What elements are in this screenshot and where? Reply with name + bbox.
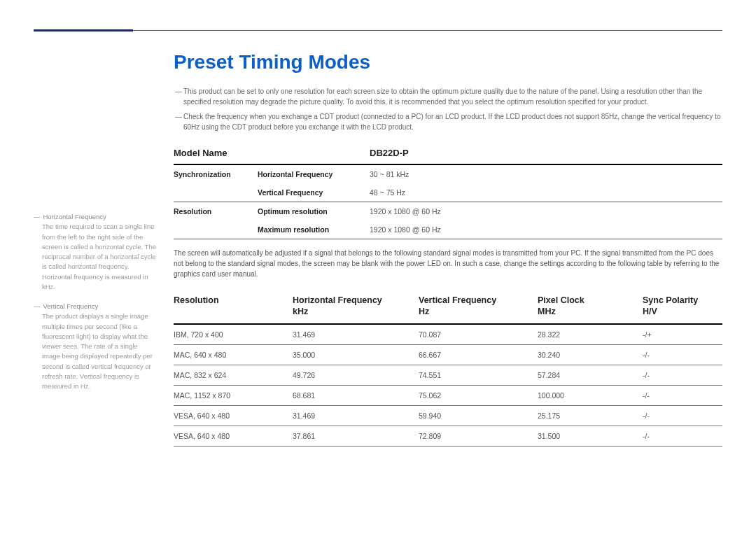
spec-val: 30 ~ 81 kHz	[370, 164, 722, 183]
spec-sub: Horizontal Frequency	[258, 164, 370, 183]
cell: MAC, 640 x 480	[174, 344, 293, 365]
page-title: Preset Timing Modes	[174, 51, 722, 73]
spec-model-label: Model Name	[174, 142, 370, 164]
spec-val: 1920 x 1080 @ 60 Hz	[370, 220, 722, 239]
cell: -/-	[643, 385, 722, 405]
cell: 28.322	[538, 324, 643, 345]
sidebar-title: Vertical Frequency	[43, 302, 99, 310]
th-resolution: Resolution	[174, 290, 293, 324]
cell: 66.667	[419, 344, 538, 365]
cell: 37.861	[293, 426, 419, 446]
cell: -/-	[643, 405, 722, 426]
spec-val: 1920 x 1080 @ 60 Hz	[370, 202, 722, 221]
th-vfreq: Vertical FrequencyHz	[419, 290, 538, 324]
th-pixel: Pixel ClockMHz	[538, 290, 643, 324]
spec-val: 48 ~ 75 Hz	[370, 183, 722, 202]
cell: 25.175	[538, 405, 643, 426]
header-rule	[34, 29, 722, 31]
th-hfreq: Horizontal FrequencykHz	[293, 290, 419, 324]
table-row: VESA, 640 x 48037.86172.80931.500-/-	[174, 426, 722, 446]
cell: 31.469	[293, 324, 419, 345]
spec-model-value: DB22D-P	[370, 142, 722, 164]
table-row: MAC, 1152 x 87068.68175.062100.000-/-	[174, 385, 722, 405]
sidebar: ―Horizontal Frequency The time required …	[34, 51, 157, 447]
sidebar-note-horizontal: ―Horizontal Frequency The time required …	[34, 212, 157, 292]
cell: -/+	[643, 324, 722, 345]
cell: VESA, 640 x 480	[174, 426, 293, 446]
spec-sub: Vertical Frequency	[258, 183, 370, 202]
sidebar-title: Horizontal Frequency	[43, 213, 106, 220]
cell: 31.469	[293, 405, 419, 426]
cell: 57.284	[538, 365, 643, 385]
note-text: This product can be set to only one reso…	[183, 86, 722, 107]
table-row: MAC, 832 x 62449.72674.55157.284-/-	[174, 365, 722, 385]
cell: VESA, 640 x 480	[174, 405, 293, 426]
timing-table: Resolution Horizontal FrequencykHz Verti…	[174, 290, 722, 447]
spec-table: Model Name DB22D-P Synchronization Horiz…	[174, 142, 722, 239]
table-row: MAC, 640 x 48035.00066.66730.240-/-	[174, 344, 722, 365]
cell: MAC, 832 x 624	[174, 365, 293, 385]
cell: -/-	[643, 344, 722, 365]
notes: ―This product can be set to only one res…	[174, 86, 722, 132]
cell: -/-	[643, 426, 722, 446]
spec-cat: Resolution	[174, 202, 258, 221]
sidebar-body: The time required to scan a single line …	[34, 222, 157, 292]
sidebar-body: The product displays a single image mult…	[34, 311, 157, 391]
sidebar-note-vertical: ―Vertical Frequency The product displays…	[34, 302, 157, 391]
cell: 72.809	[419, 426, 538, 446]
cell: 31.500	[538, 426, 643, 446]
spec-cat: Synchronization	[174, 164, 258, 183]
spec-sub: Maximum resolution	[258, 220, 370, 239]
cell: 74.551	[419, 365, 538, 385]
note-text: Check the frequency when you exchange a …	[183, 111, 722, 132]
th-sync: Sync PolarityH/V	[643, 290, 722, 324]
spec-cat	[174, 183, 258, 202]
cell: 49.726	[293, 365, 419, 385]
cell: -/-	[643, 365, 722, 385]
table-row: VESA, 640 x 48031.46959.94025.175-/-	[174, 405, 722, 426]
cell: 35.000	[293, 344, 419, 365]
cell: 59.940	[419, 405, 538, 426]
spec-sub: Optimum resolution	[258, 202, 370, 221]
cell: 70.087	[419, 324, 538, 345]
cell: 30.240	[538, 344, 643, 365]
cell: IBM, 720 x 400	[174, 324, 293, 345]
cell: 75.062	[419, 385, 538, 405]
cell: 68.681	[293, 385, 419, 405]
cell: 100.000	[538, 385, 643, 405]
cell: MAC, 1152 x 870	[174, 385, 293, 405]
main-content: Preset Timing Modes ―This product can be…	[174, 51, 722, 447]
spec-cat	[174, 220, 258, 239]
table-row: IBM, 720 x 40031.46970.08728.322-/+	[174, 324, 722, 345]
description: The screen will automatically be adjuste…	[174, 248, 722, 279]
